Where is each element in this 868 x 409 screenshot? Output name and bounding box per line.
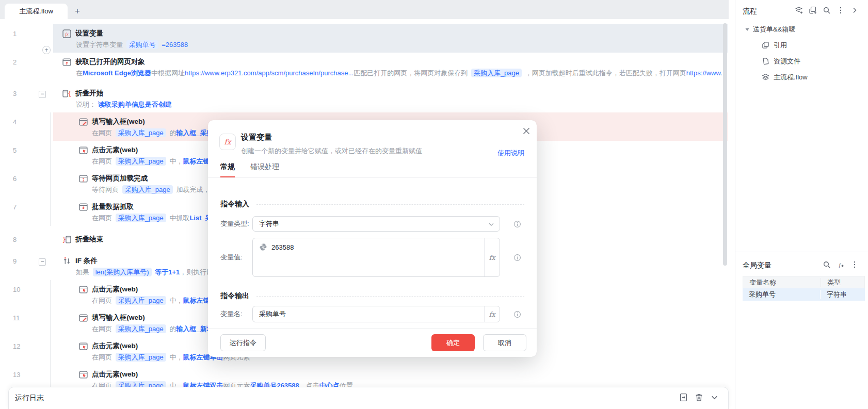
variable-type-value: 字符串 (259, 219, 279, 228)
globals-table: 变量名称 类型 采购单号字符串 (743, 276, 865, 301)
step-gutter: 8 (0, 230, 53, 248)
close-icon[interactable] (522, 127, 531, 135)
step-title: 填写输入框(web) (92, 313, 145, 322)
info-icon[interactable] (513, 310, 521, 318)
tree-item-label: 资源文件 (774, 57, 800, 66)
info-icon[interactable] (513, 254, 521, 261)
step-line-number: 3 (13, 90, 17, 97)
flow-step[interactable]: 13点击元素(web)在网页 采购入库_page 中，鼠标左键双击网页元素采购单… (0, 365, 729, 387)
step-gutter: 4 (0, 112, 53, 141)
step-line-number: 12 (13, 342, 20, 350)
search-icon[interactable] (823, 260, 831, 269)
step-description: 在Microsoft Edge浏览器中根据网址https://www.erp32… (62, 69, 722, 78)
step-gutter: 11 (0, 308, 53, 337)
variable-name-input[interactable]: 采购单号 fx (252, 306, 500, 322)
step-line-number: 13 (13, 371, 20, 379)
step-line-number: 1 (13, 30, 17, 38)
globals-table-row[interactable]: 采购单号字符串 (743, 288, 865, 301)
step-gutter: 3− (0, 84, 53, 112)
dialog-footer: 运行指令 确定 取消 (208, 328, 537, 357)
step-gutter: 13 (0, 365, 53, 387)
flow-scrollbar[interactable] (723, 23, 727, 266)
tab-general[interactable]: 常规 (220, 162, 235, 177)
help-link[interactable]: 使用说明 (497, 149, 524, 158)
tree-item-2[interactable]: 主流程.flow (735, 69, 868, 85)
variable-type-select[interactable]: 字符串 (252, 216, 500, 232)
step-description: 说明： 读取采购单信息是否创建 (62, 100, 722, 109)
add-flow-icon[interactable] (795, 6, 803, 14)
step-gutter: 10 (0, 280, 53, 308)
tree-item-0[interactable]: 引用 (735, 37, 868, 53)
step-title: 点击元素(web) (92, 145, 138, 155)
step-title: 点击元素(web) (92, 285, 138, 294)
clear-log-icon[interactable] (695, 393, 703, 402)
svg-text:fx: fx (65, 31, 69, 37)
fx-expression-button[interactable]: fx (484, 238, 500, 276)
tree-item-label: 引用 (774, 41, 787, 50)
dialog-subtitle: 创建一个新的变量并给它赋值，或对已经存在的变量重新赋值 (241, 146, 422, 156)
collapse-log-icon[interactable] (710, 393, 719, 402)
export-log-icon[interactable] (679, 393, 688, 402)
tree-item-1[interactable]: 资源文件 (735, 53, 868, 69)
tab-main-flow[interactable]: 主流程.flow (5, 4, 68, 19)
confirm-button[interactable]: 确定 (431, 334, 475, 351)
step-title: 点击元素(web) (92, 341, 138, 351)
step-line-number: 6 (13, 175, 17, 183)
step-gutter: 7 (0, 198, 53, 226)
if-icon (62, 257, 71, 266)
collapse-panel-icon[interactable] (850, 6, 859, 14)
dialog-tabs: 常规 错误处理 (208, 162, 537, 178)
step-gutter: 6 (0, 169, 53, 198)
tab-error-handling[interactable]: 错误处理 (250, 162, 279, 177)
collapse-toggle[interactable]: − (39, 258, 46, 266)
step-title: 填写输入框(web) (92, 117, 145, 126)
step-description: 设置字符串变量 采购单号 =263588 (62, 40, 722, 50)
variable-value-input[interactable]: 263588 fx (252, 238, 500, 277)
add-step-button[interactable]: + (42, 46, 51, 54)
step-line-number: 5 (13, 146, 17, 154)
variable-type-row: 变量类型: 字符串 (220, 216, 524, 232)
cancel-button[interactable]: 取消 (483, 334, 526, 351)
step-title: 设置变量 (75, 29, 103, 38)
variable-name-value: 采购单号 (259, 309, 286, 319)
flow-step[interactable]: 2获取已打开的网页对象在Microsoft Edge浏览器中根据网址https:… (0, 53, 729, 81)
fx-expression-button[interactable]: fx (484, 306, 500, 322)
step-line-number: 11 (13, 314, 20, 322)
flow-step[interactable]: 3−{折叠开始说明： 读取采购单信息是否创建 (0, 84, 729, 112)
dialog-title: 设置变量 (241, 133, 422, 142)
step-line-number: 7 (13, 203, 17, 211)
section-instruction-output: 指令输出 (220, 291, 524, 301)
search-icon[interactable] (823, 6, 831, 14)
collapse-toggle[interactable]: − (39, 91, 46, 98)
global-variables-panel: 全局变量 f 变量名称 类型 采购单号字符串 (735, 252, 868, 409)
get-webpage-icon (62, 58, 71, 67)
reference-icon (762, 41, 769, 49)
fold-end-icon: } (62, 235, 71, 244)
set-variable-icon: fx (62, 29, 71, 38)
new-tab-button[interactable]: + (75, 7, 80, 15)
globals-header: 全局变量 f (735, 252, 868, 275)
svg-text:{: { (68, 90, 71, 97)
click-element-icon (79, 146, 88, 155)
flow-panel-header: 流程 (735, 0, 868, 21)
more-icon[interactable] (837, 6, 845, 14)
flow-step[interactable]: 1fx设置变量设置字符串变量 采购单号 =263588 (0, 24, 729, 53)
tab-label: 主流程.flow (19, 7, 53, 16)
run-log-title: 运行日志 (15, 394, 44, 403)
more-icon[interactable] (850, 260, 859, 269)
add-reference-icon[interactable] (809, 6, 817, 14)
step-gutter: 9− (0, 252, 53, 280)
info-icon[interactable] (513, 220, 521, 228)
step-description: 在网页 采购入库_page 中，鼠标左键双击网页元素采购单号263588，点击中… (79, 381, 722, 387)
step-line-number: 8 (13, 236, 17, 243)
step-gutter: 2 (0, 53, 53, 81)
run-instruction-button[interactable]: 运行指令 (220, 334, 266, 351)
globals-table-header: 变量名称 类型 (743, 276, 865, 288)
flow-panel-actions (789, 6, 859, 17)
flow-tree-root[interactable]: 送货单&&箱唛 (735, 22, 868, 37)
svg-text:}: } (62, 236, 66, 243)
run-log-bar: 运行日志 (8, 387, 729, 409)
variable-name-label: 变量名: (220, 309, 252, 319)
add-variable-icon[interactable]: f (837, 260, 845, 269)
step-line-number: 9 (13, 257, 17, 265)
